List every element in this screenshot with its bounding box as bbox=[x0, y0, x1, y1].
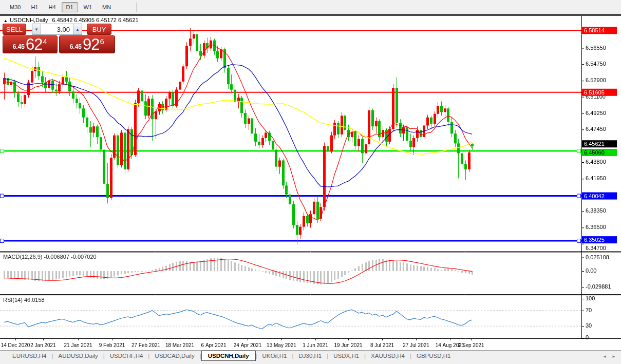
timeframe-button-w1[interactable]: W1 bbox=[79, 2, 97, 12]
buy-price-prefix: 6.45 bbox=[70, 43, 82, 50]
chart-ohlc-values: 6.45842 6.45905 6.45172 6.45621 bbox=[52, 17, 138, 23]
timeframe-button-h1[interactable]: H1 bbox=[26, 2, 43, 12]
chart-header: ▲USDCNH,Daily6.45842 6.45905 6.45172 6.4… bbox=[4, 17, 139, 23]
tab-audusd-daily[interactable]: AUDUSD,Daily bbox=[53, 351, 103, 360]
rsi-indicator-label: RSI(14) 46.0158 bbox=[3, 297, 45, 303]
sell-price-big: 62 bbox=[26, 35, 42, 54]
timeframe-button-m30[interactable]: M30 bbox=[5, 2, 25, 12]
macd-indicator-label: MACD(12,26,9) -0.006807 -0.007020 bbox=[3, 254, 97, 260]
tab-usdcnh-daily[interactable]: USDCNH,Daily bbox=[201, 351, 256, 361]
buy-price-sup: 6 bbox=[100, 37, 104, 46]
sell-price-prefix: 6.45 bbox=[13, 43, 25, 50]
one-click-trade-panel: SELL ▼ ▲ BUY 6.45 62 4 6.45 92 6 bbox=[3, 24, 115, 53]
tab-gbpusd-h1[interactable]: GBPUSD,H1 bbox=[411, 351, 456, 360]
timeframe-toolbar: M30H1H4D1W1MN bbox=[0, 0, 621, 14]
volume-up-icon[interactable]: ▲ bbox=[73, 24, 82, 34]
tab-eurusd-h4[interactable]: EURUSD,H4 bbox=[7, 351, 51, 360]
sell-button[interactable]: SELL bbox=[3, 24, 26, 35]
tab-usdx-h1[interactable]: USDX,H1 bbox=[328, 351, 364, 360]
tab-scroll-right-icon[interactable]: ► bbox=[612, 354, 616, 359]
volume-down-icon[interactable]: ▼ bbox=[32, 24, 41, 34]
volume-stepper: ▼ ▲ bbox=[32, 24, 82, 35]
tab-usdchf-h4[interactable]: USDCHF,H4 bbox=[105, 351, 148, 360]
chart-symbol-label: USDCNH,Daily bbox=[10, 17, 48, 23]
timeframe-button-h4[interactable]: H4 bbox=[44, 2, 60, 12]
chart-canvas[interactable] bbox=[0, 16, 621, 350]
sell-price-sup: 4 bbox=[43, 37, 47, 46]
collapse-icon[interactable]: ▲ bbox=[4, 18, 8, 23]
tab-dj30-h1[interactable]: DJ30,H1 bbox=[294, 351, 327, 360]
tab-xauusd-h4[interactable]: XAUUSD,H4 bbox=[366, 351, 410, 360]
sell-price-box[interactable]: 6.45 62 4 bbox=[3, 35, 58, 53]
tab-usdcad-daily[interactable]: USDCAD,Daily bbox=[149, 351, 199, 360]
tab-ukoil-h1[interactable]: UKOil,H1 bbox=[257, 351, 292, 360]
buy-price-big: 92 bbox=[83, 35, 99, 54]
tab-scroll-arrows: ◄ ► bbox=[603, 354, 616, 359]
timeframe-button-d1[interactable]: D1 bbox=[62, 2, 78, 12]
timeframe-button-mn[interactable]: MN bbox=[98, 2, 116, 12]
volume-input[interactable] bbox=[41, 24, 73, 34]
trading-terminal-window: M30H1H4D1W1MN ▲USDCNH,Daily6.45842 6.459… bbox=[0, 0, 621, 364]
buy-button[interactable]: BUY bbox=[87, 24, 111, 35]
symbol-tab-bar: EURUSD,H4|AUDUSD,Daily|USDCHF,H4|USDCAD,… bbox=[0, 350, 621, 364]
buy-price-box[interactable]: 6.45 92 6 bbox=[59, 35, 116, 53]
tab-scroll-left-icon[interactable]: ◄ bbox=[603, 354, 607, 359]
toolbar-separator bbox=[136, 3, 137, 12]
